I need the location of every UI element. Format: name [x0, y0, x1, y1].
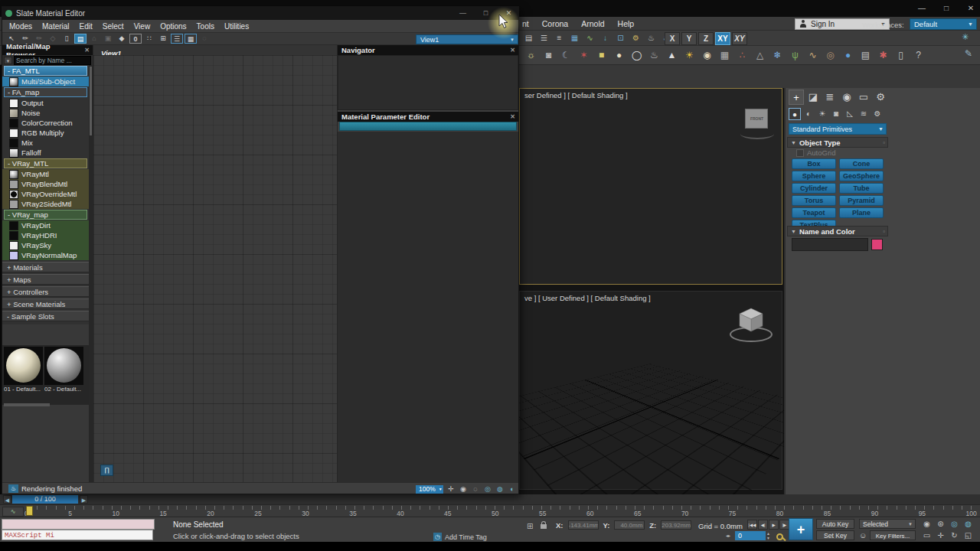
browser-item[interactable]: ColorCorrection [2, 118, 89, 128]
close-icon[interactable]: ✕ [506, 113, 515, 120]
browser-item[interactable]: - VRay_map [4, 210, 87, 220]
selection-set-dropdown[interactable]: Selected ▼ [859, 519, 916, 529]
light-icon[interactable]: ☼ [524, 48, 538, 63]
close-icon[interactable]: ✕ [80, 47, 90, 54]
zoom-extents-icon[interactable]: ◎ [482, 484, 493, 494]
key-filters-button[interactable]: Key Filters... [870, 530, 916, 540]
browser-item[interactable]: Multi/Sub-Object [2, 77, 89, 86]
viewport-perspective[interactable]: ve ] [ User Defined ] [ Default Shading … [519, 291, 782, 490]
browser-item[interactable]: - FA_map [4, 87, 87, 97]
axis-constraint-button[interactable]: Z [698, 32, 714, 45]
material-preview-icon[interactable]: ◆ [116, 34, 128, 44]
coord-value-field[interactable]: 203.92mm [661, 520, 691, 530]
browser-item[interactable]: - FA_MTL [4, 66, 87, 76]
browser-item[interactable]: Noise [2, 108, 89, 118]
hide-unused-slots-icon[interactable]: ⌂ [88, 34, 100, 44]
tab-hierarchy[interactable]: ≣ [822, 90, 838, 105]
primitive-button[interactable]: Cylinder [792, 183, 836, 194]
primitive-button[interactable]: Box [792, 158, 836, 169]
derrick-icon[interactable]: △ [753, 48, 767, 63]
show-background-icon[interactable]: ▣ [102, 34, 114, 44]
grid-view-icon[interactable]: ▦ [185, 34, 197, 44]
primitive-button[interactable]: Torus [792, 195, 836, 206]
cat-geometry[interactable]: ● [789, 108, 801, 120]
isolate-selection-icon[interactable]: ⊞ [527, 522, 533, 530]
molecules-icon[interactable]: ∴ [735, 48, 750, 63]
film-camera-icon[interactable]: ◙ [541, 48, 556, 63]
cat-shapes[interactable]: ◐ [802, 108, 815, 120]
frame-forward-arrow[interactable]: ▶ [80, 495, 88, 504]
cat-lights[interactable]: ☀ [816, 108, 828, 120]
viewcube-3d[interactable] [727, 302, 776, 348]
primitive-button[interactable]: Plane [839, 207, 884, 218]
browser-item[interactable]: Mix [2, 138, 89, 148]
layer-explorer-icon[interactable]: ☰ [537, 32, 550, 44]
slate-menu-item[interactable]: Modes [9, 22, 32, 31]
tab-utilities[interactable]: ⚙ [873, 90, 888, 105]
zoom-level-dropdown[interactable]: 100% ▼ [416, 485, 443, 494]
browser-item[interactable]: + Controllers [2, 286, 89, 297]
frame-spinner[interactable]: ▲▼ [766, 531, 770, 540]
main-maximize-button[interactable]: □ [940, 3, 952, 14]
autogrid-checkbox[interactable] [796, 149, 804, 157]
param-editor-header[interactable]: Material Parameter Editor ✕ [338, 112, 518, 122]
pan-button[interactable]: ✛ [934, 530, 947, 541]
main-close-button[interactable]: ✕ [965, 3, 977, 14]
material-list-icon[interactable]: ☰ [171, 34, 183, 44]
browser-item[interactable]: Output [2, 98, 89, 108]
cat-cameras[interactable]: ◙ [830, 108, 842, 120]
object-name-field[interactable] [792, 238, 868, 251]
main-menu-item[interactable]: Corona [542, 19, 568, 28]
mini-curve-editor-icon[interactable]: ∿ [2, 507, 24, 517]
slate-editor-icon[interactable]: ⊡ [614, 32, 627, 44]
main-menu-item[interactable]: nt [522, 19, 529, 28]
primitives-dropdown[interactable]: Standard Primitives ▼ [789, 123, 887, 135]
main-minimize-button[interactable]: — [916, 3, 928, 14]
tab-modify[interactable]: ◪ [805, 90, 821, 105]
coord-value-field[interactable]: 40.0mm [614, 520, 645, 530]
sphere-blue-icon[interactable]: ● [841, 48, 855, 63]
paint-deform-icon[interactable]: ✳ [962, 32, 969, 42]
viewport-label[interactable]: ve ] [ User Defined ] [ Default Shading … [524, 294, 651, 302]
navigator-header[interactable]: Navigator ✕ [338, 45, 518, 55]
sun-light-icon[interactable]: ☀ [682, 48, 697, 63]
teapot-primitive-icon[interactable]: ♨ [647, 48, 662, 63]
search-options-dropdown[interactable]: ▼ [4, 57, 12, 64]
view-selector-dropdown[interactable]: View1 ▼ [416, 34, 518, 44]
key-mode-icon[interactable] [776, 533, 783, 540]
curve-editor-icon[interactable]: ∿ [583, 32, 596, 44]
pan-hand-icon[interactable]: ✛ [446, 484, 456, 494]
axis-constraint-button[interactable]: Y [681, 32, 697, 45]
orbit-button[interactable]: ↻ [948, 530, 961, 541]
browser-item[interactable]: VRayBlendMtl [2, 179, 89, 189]
primitive-button[interactable]: GeoSphere [839, 171, 884, 181]
ellipse-primitive-icon[interactable]: ◯ [629, 48, 644, 63]
coord-value-field[interactable]: -143.41mm [568, 520, 599, 530]
maxscript-mini-listener-pink[interactable] [2, 519, 155, 530]
browser-item[interactable]: VRaySky [2, 240, 89, 250]
pan-tool-icon[interactable]: ∏ [100, 465, 113, 476]
primitive-button[interactable]: Tube [839, 183, 884, 194]
layers-icon[interactable]: ≡ [553, 32, 566, 44]
slate-menu-item[interactable]: Tools [197, 22, 214, 31]
maximize-viewport-button[interactable]: ◱ [962, 530, 975, 541]
help-icon[interactable]: ? [911, 48, 926, 63]
workspaces-dropdown[interactable]: Default ▼ [910, 18, 977, 30]
video-camera-icon[interactable]: ✶ [577, 48, 591, 63]
zoom-extents-button[interactable]: ◎ [948, 519, 961, 530]
cat-systems[interactable]: ⚙ [871, 108, 884, 120]
view1-canvas[interactable]: ∏ [93, 55, 337, 484]
go-to-start-button[interactable]: |◀◀ [747, 520, 757, 530]
lattice-icon[interactable]: ▦ [717, 48, 732, 63]
search-input[interactable] [14, 56, 91, 65]
tab-display[interactable]: ▭ [856, 90, 871, 105]
slate-menu-item[interactable]: Options [160, 22, 186, 31]
layout-icon[interactable]: ⊞ [157, 34, 169, 44]
clipboard-icon[interactable]: ▤ [858, 48, 873, 63]
moon-icon[interactable]: ☾ [559, 48, 573, 63]
track-bar[interactable]: ∿ 05101520253035404550556065707580859095… [0, 504, 980, 517]
name-color-rollout[interactable]: ▼ Name and Color ▫ [787, 226, 888, 236]
object-type-rollout[interactable]: ▼ Object Type ▫ [787, 137, 888, 148]
browser-item[interactable]: RGB Multiply [2, 128, 89, 138]
slate-close-button[interactable]: ✕ [503, 8, 514, 18]
